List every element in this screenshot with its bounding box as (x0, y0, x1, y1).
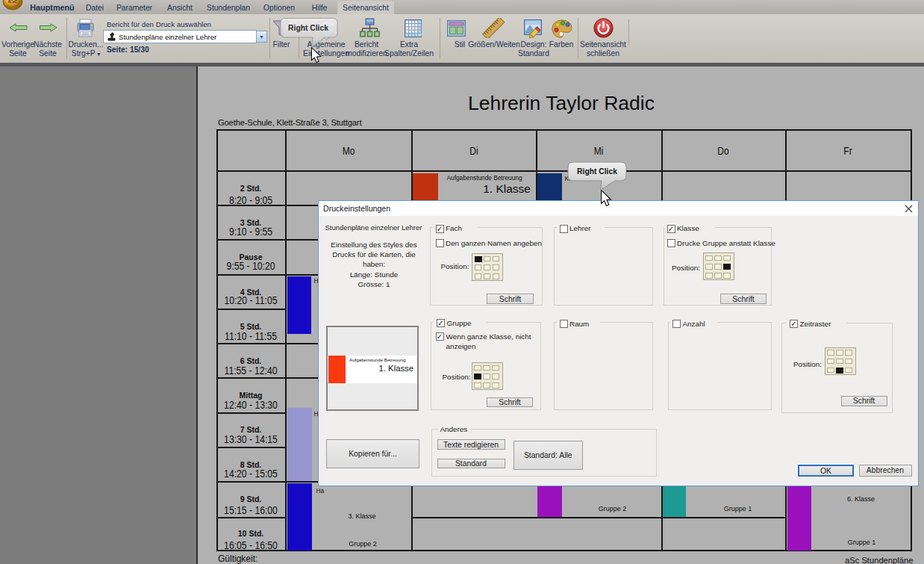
svg-text:aSc: aSc (8, 0, 18, 4)
svg-text:Right Click: Right Click (577, 167, 617, 176)
svg-text:Right Click: Right Click (288, 24, 328, 32)
